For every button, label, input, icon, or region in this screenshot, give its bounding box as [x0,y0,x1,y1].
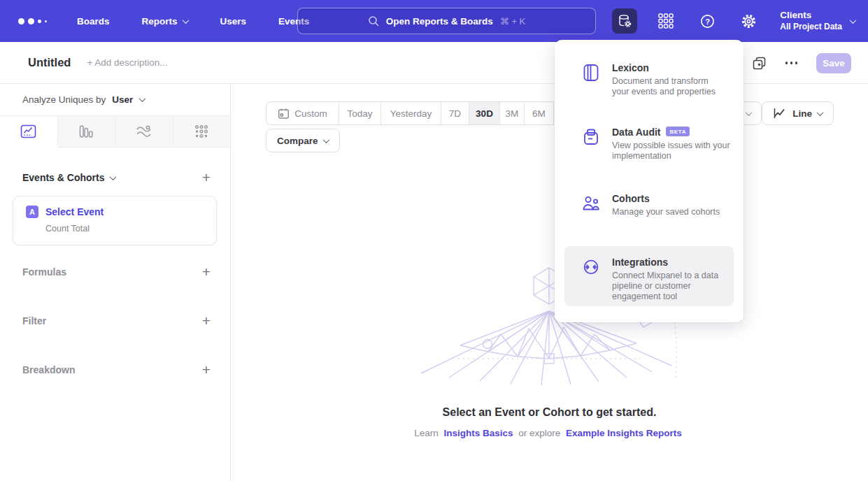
analyze-row: Analyze Uniques by User [22,94,145,105]
chevron-down-icon [746,109,753,116]
report-canvas: Custom Today Yesterday 7D 30D 3M 6M Comp… [231,84,868,481]
breakdown-section: Breakdown + [22,364,211,375]
menu-item-integrations[interactable]: Integrations Connect Mixpanel to a data … [564,246,734,306]
add-description-field[interactable]: + Add description... [87,57,167,68]
data-management-dropdown: Lexicon Document and transform your even… [555,40,744,322]
chevron-down-icon [322,136,329,143]
data-audit-title: Data Audit [612,127,660,138]
chart-type-tabs [0,115,230,148]
event-aggregation[interactable]: Count Total [45,224,216,234]
lexicon-text: Lexicon Document and transform your even… [612,62,739,97]
range-custom[interactable]: Custom [266,102,339,124]
line-chart-tab-icon [20,124,36,139]
range-today[interactable]: Today [339,102,380,124]
save-button[interactable]: Save [816,53,851,73]
question-circle-icon: ? [700,14,715,29]
mixpanel-logo[interactable] [18,18,50,24]
analyze-value-dropdown[interactable]: User [112,94,133,105]
range-30d-label: 30D [476,108,493,119]
chevron-down-icon [817,109,824,116]
event-card[interactable]: A Select Event Count Total [13,196,217,245]
nav-right-cluster: ? Clients All Project Data [612,0,855,42]
middle-text: or explore [518,428,560,438]
data-audit-text: Data Audit BETA View possible issues wit… [612,127,739,161]
menu-item-data-audit[interactable]: Data Audit BETA View possible issues wit… [555,127,744,161]
org-name: Clients [780,10,842,22]
more-options-button[interactable] [785,62,798,64]
integrations-description: Connect Mixpanel to a data pipeline or c… [612,271,734,302]
svg-text:?: ? [705,17,710,25]
menu-item-cohorts[interactable]: Cohorts Manage your saved cohorts [555,193,744,217]
tab-line-chart[interactable] [0,116,58,148]
tab-metrics[interactable] [173,116,231,148]
nav-users-label: Users [220,16,247,27]
range-yesterday[interactable]: Yesterday [380,102,441,124]
query-builder-sidebar: Analyze Uniques by User [0,84,231,481]
help-button[interactable]: ? [695,8,720,34]
range-6m-label: 6M [532,108,546,119]
learn-prefix: Learn [414,428,439,438]
compare-button[interactable]: Compare [266,129,340,152]
add-breakdown-button[interactable]: + [202,365,211,375]
cohorts-title: Cohorts [612,193,650,204]
search-icon [368,15,379,27]
integrations-title: Integrations [612,257,668,268]
report-title[interactable]: Untitled [28,56,71,69]
chevron-down-icon[interactable] [110,173,117,180]
integrations-icon [582,257,600,306]
range-30d-selected[interactable]: 30D [469,102,499,124]
data-management-button[interactable] [612,8,637,34]
filter-label: Filter [22,315,46,326]
example-reports-link[interactable]: Example Insights Reports [566,428,682,438]
tab-bar-chart[interactable] [58,116,116,148]
apps-grid-button[interactable] [653,8,678,34]
settings-button[interactable] [736,8,761,34]
data-audit-description: View possible issues with your implement… [612,141,739,161]
event-badge: A [26,206,38,218]
tab-flow[interactable] [115,116,173,148]
nav-boards-label: Boards [77,16,110,27]
range-3m-label: 3M [506,108,519,119]
chevron-down-icon [850,17,857,24]
insights-basics-link[interactable]: Insights Basics [443,428,513,438]
nav-boards[interactable]: Boards [77,16,110,27]
global-search-input[interactable]: Open Reports & Boards ⌘ + K [297,8,596,34]
top-navigation-bar: Boards Reports Users Events Open Reports… [0,0,868,42]
chevron-down-icon[interactable] [139,95,146,102]
select-event-link[interactable]: Select Event [45,206,104,217]
nav-reports[interactable]: Reports [142,16,188,27]
event-card-row: A Select Event [26,206,216,218]
chart-type-dropdown[interactable]: Line [762,101,834,125]
add-event-button[interactable]: + [202,173,211,182]
empty-state-links: Learn Insights Basics or explore Example… [231,428,868,438]
events-cohorts-label: Events & Cohorts [22,172,104,183]
project-selector[interactable]: Clients All Project Data [780,10,855,32]
flow-tab-icon [136,124,152,139]
filter-section: Filter + [22,315,211,326]
range-7d[interactable]: 7D [441,102,469,124]
nav-users[interactable]: Users [220,16,247,27]
add-filter-button[interactable]: + [202,316,211,326]
range-6m[interactable]: 6M [524,102,553,124]
events-cohorts-header: Events & Cohorts + [22,172,211,183]
metric-dots-tab-icon [194,124,209,139]
integrations-text: Integrations Connect Mixpanel to a data … [612,257,734,306]
search-placeholder: Open Reports & Boards [386,16,493,27]
lexicon-title: Lexicon [612,62,649,73]
bar-chart-tab-icon [78,124,94,139]
breakdown-label: Breakdown [22,364,75,375]
formulas-label: Formulas [22,266,66,278]
cohorts-text: Cohorts Manage your saved cohorts [612,193,739,217]
duplicate-icon[interactable] [752,56,767,71]
menu-item-lexicon[interactable]: Lexicon Document and transform your even… [555,62,744,97]
chevron-down-icon [182,17,189,24]
empty-state-headline: Select an Event or Cohort to get started… [231,406,868,419]
range-today-label: Today [347,108,372,119]
add-formula-button[interactable]: + [202,267,211,277]
chart-type-label: Line [792,108,812,119]
range-3m[interactable]: 3M [499,102,524,124]
calendar-icon [278,108,290,120]
primary-nav-links: Boards Reports Users Events [77,16,309,27]
cohorts-icon [582,193,600,217]
compare-label: Compare [277,136,318,146]
